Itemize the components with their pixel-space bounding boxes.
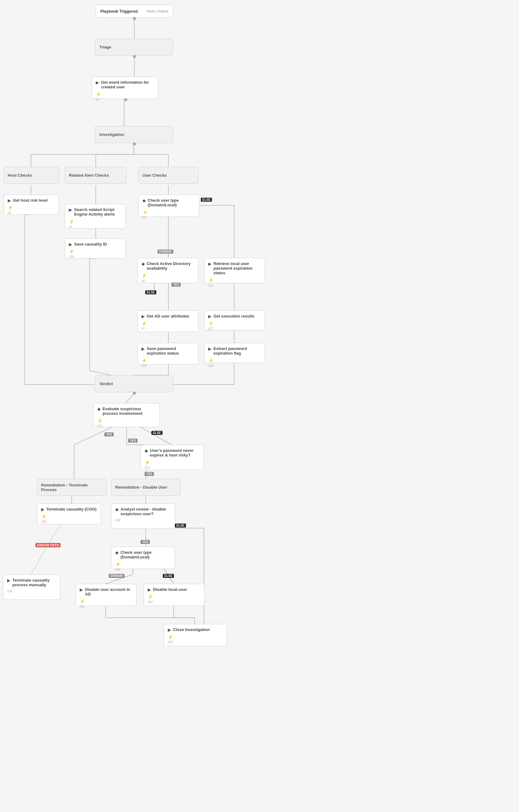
bolt-icon: ⚡ (208, 358, 213, 363)
extract-pw-flag-node: ▶ Extract password expiration flag ⚡ #28 (204, 343, 265, 363)
remediation-disable-label: Remediation - Disable User (115, 485, 167, 490)
playbook-triggered-node: Playbook Triggered Inputs / Outputs (96, 5, 173, 18)
evaluate-suspicious-label: Evaluate suspicious process involvement (103, 406, 156, 416)
get-exec-results-label: Get execution results (213, 314, 254, 318)
check-ad-avail-node: ◆ Check Active Directory availability ⚡ … (138, 258, 198, 283)
save-pw-expiry-label: Save password expiration status (147, 346, 194, 355)
remediation-terminate-label: Remediation - Terminate Process (41, 483, 103, 492)
play-icon: ▶ (69, 242, 72, 247)
get-host-risk-id: #3 (8, 211, 55, 215)
check-user-type1-label: Check user type (Domain/Local) (148, 198, 195, 207)
bolt-icon: ⚡ (41, 514, 46, 519)
save-pw-expiry-id: #10 (142, 364, 194, 368)
yes-badge-5: YES (141, 540, 150, 544)
bolt-icon: ⚡ (8, 205, 13, 210)
user-pw-never-expires-id: #24 (145, 466, 200, 469)
bolt-icon: ⚡ (80, 599, 85, 604)
terminate-manually-node: ▶ Terminate causality process manually #… (3, 575, 60, 600)
user-checks-label: User Checks (142, 173, 167, 178)
close-investigation-id: #25 (168, 641, 223, 644)
terminate-causality-label: Terminate causality (CGO) (46, 507, 96, 512)
check-ad-avail-id: #6 (142, 279, 194, 283)
play-icon: ▶ (8, 198, 11, 203)
get-ad-attrs-node: ▶ Get AD user attributes ⚡ #7 (138, 311, 198, 332)
terminate-manually-label: Terminate causality process manually (12, 578, 56, 587)
check-ad-avail-label: Check Active Directory availability (147, 261, 194, 270)
retrieve-local-pw-id: #11 (208, 284, 261, 287)
connector-dot (124, 98, 127, 101)
disable-local-node: ▶ Disable local user ⚡ #32 (144, 584, 204, 606)
play-icon: ▶ (208, 314, 212, 319)
bolt-icon: ⚡ (142, 210, 148, 215)
check-user-type2-id: #26 (115, 568, 171, 571)
connector-dot (133, 17, 136, 20)
bolt-icon: ⚡ (142, 273, 147, 278)
else-badge-2: ELSE (145, 290, 156, 294)
search-script-id: #4 (69, 225, 122, 229)
bolt-icon: ⚡ (69, 219, 74, 224)
disable-ad-label: Disable user account in AD (85, 587, 133, 597)
search-script-label: Search related Script Engine Activity al… (74, 207, 122, 216)
evaluate-suspicious-node: ◆ Evaluate suspicious process involvemen… (93, 403, 160, 427)
verdict-node: Verdict (95, 375, 173, 392)
domain-badge-1: DOMAIN (157, 250, 173, 254)
play-icon: ▶ (148, 587, 151, 592)
play-icon: ▶ (80, 587, 83, 592)
analyst-review-id: #30 (115, 519, 171, 522)
play-icon: ▶ (96, 80, 99, 85)
bolt-icon: ⚡ (69, 249, 74, 254)
save-causality-id: #34 (69, 255, 122, 259)
bolt-icon: ⚡ (168, 634, 173, 639)
connector-dot (133, 142, 136, 145)
play-icon: ▶ (168, 627, 171, 632)
diamond-icon: ◆ (142, 261, 145, 266)
play-icon: ▶ (142, 346, 145, 351)
diamond-icon: ◆ (145, 448, 148, 453)
disable-local-label: Disable local user (153, 587, 187, 592)
user-pw-never-expires-node: ◆ User's password never expires & host r… (141, 445, 204, 470)
analyst-review-node: ◆ Analyst review - disable suspicious us… (111, 503, 175, 529)
trigger-label: Playbook Triggered (100, 9, 138, 13)
retrieve-local-pw-label: Retrieve local user password expiration … (213, 261, 261, 275)
disable-local-id: #32 (148, 601, 201, 604)
user-pw-never-expires-label: User's password never expires & host ris… (150, 448, 200, 458)
diamond-icon: ◆ (97, 406, 101, 411)
user-checks-node: User Checks (138, 167, 199, 184)
bolt-icon: ⚡ (145, 460, 150, 465)
evaluate-suspicious-id: #12 (97, 424, 156, 428)
check-user-type2-label: Check user type (Domain/Local) (120, 550, 171, 559)
play-icon: ▶ (7, 578, 10, 583)
bolt-icon: ⚡ (97, 418, 103, 423)
close-investigation-node: ▶ Close Investigation ⚡ #25 (164, 624, 227, 646)
host-checks-label: Host Checks (8, 173, 32, 178)
svg-line-37 (139, 426, 171, 445)
flowchart: Playbook Triggered Inputs / Outputs Tria… (0, 0, 519, 812)
bolt-icon: ⚡ (148, 594, 153, 599)
svg-line-31 (90, 371, 111, 375)
play-icon: ▶ (69, 207, 72, 212)
check-user-type2-node: ◆ Check user type (Domain/Local) ⚡ #26 (111, 547, 175, 569)
investigation-label: Investigation (99, 132, 124, 137)
play-icon: ▶ (142, 314, 145, 319)
verdict-label: Verdict (99, 381, 113, 386)
else-badge-4: ELSE (175, 524, 186, 527)
get-event-label: Get event information for created user (101, 80, 154, 89)
remediation-terminate-node: Remediation - Terminate Process (37, 479, 107, 496)
else-badge-5: ELSE (163, 574, 174, 578)
bolt-icon: ⚡ (142, 358, 147, 363)
yes-badge-3: YES (128, 439, 138, 443)
trigger-sub: Inputs / Outputs (146, 9, 168, 13)
terminate-causality-node: ▶ Terminate causality (CGO) ⚡ #33 (37, 503, 101, 524)
svg-line-42 (31, 534, 54, 575)
save-causality-label: Save causality ID (74, 242, 107, 246)
related-alert-checks-node: Related Alert Checks (65, 167, 127, 184)
diamond-icon: ◆ (115, 507, 119, 512)
terminate-manually-id: #36 (7, 590, 56, 593)
else-badge-3: ELSE (151, 431, 163, 435)
connector-lines (0, 0, 519, 812)
retrieve-local-pw-node: ▶ Retrieve local user password expiratio… (204, 258, 265, 283)
related-alert-label: Related Alert Checks (69, 173, 109, 178)
diamond-icon: ◆ (142, 198, 146, 203)
host-checks-node: Host Checks (4, 167, 59, 184)
connector-dot (133, 55, 136, 58)
